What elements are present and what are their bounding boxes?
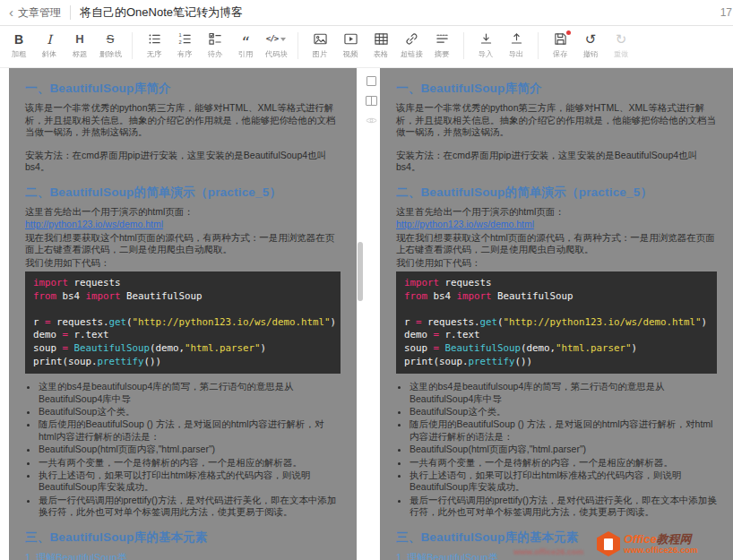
back-to-article-management-button[interactable]: ‹ 文章管理 bbox=[9, 5, 61, 21]
doc-subheading: 1. 理解BeautifulSoup类 bbox=[25, 551, 341, 560]
toolbar-hyperlink-button[interactable]: 超链接 bbox=[396, 30, 427, 60]
strikethrough-icon: S bbox=[107, 31, 115, 47]
svg-text:1: 1 bbox=[178, 32, 181, 38]
doc-heading: 一、BeautifulSoup库简介 bbox=[396, 81, 717, 97]
todo-list-icon bbox=[209, 31, 222, 47]
video-icon bbox=[344, 31, 358, 47]
split-view-button[interactable] bbox=[365, 95, 377, 106]
code-icon: </> bbox=[266, 31, 286, 47]
doc-paragraph: 该库是一个非常优秀的python第三方库，能够对HTML、XML等格式进行解析，… bbox=[396, 102, 717, 139]
toolbar-strikethrough-button[interactable]: S删除线 bbox=[95, 30, 125, 60]
export-icon bbox=[510, 31, 523, 47]
doc-paragraph: 我们使用如下代码： bbox=[25, 257, 341, 270]
bullet-item: 这里的bs4是beautifulsoup4库的简写，第二行语句的意思是从Beau… bbox=[39, 381, 341, 405]
doc-heading: 二、BeautifulSoup的简单演示（practice_5） bbox=[396, 185, 717, 201]
bullet-item: BeautifulSoup这个类。 bbox=[410, 406, 717, 418]
toolbar-button-label: 删除线 bbox=[99, 49, 122, 60]
titlebar: ‹ 文章管理 17 bbox=[0, 0, 733, 26]
toolbar: B加粗I斜体H标题S删除线无序12有序待办“引用</>代码块图片视频表格超链接摘… bbox=[0, 26, 733, 68]
doc-paragraph: 现在我们想要获取这个html页面的源代码，有两种方式：一是用浏览器在页面上右键查… bbox=[396, 232, 717, 256]
table-icon bbox=[375, 31, 388, 47]
undo-icon: ↺ bbox=[585, 31, 597, 47]
toolbar-button-label: 斜体 bbox=[42, 49, 57, 60]
toolbar-video-button[interactable]: 视频 bbox=[335, 30, 366, 60]
toolbar-save-button[interactable]: 保存 bbox=[545, 30, 575, 60]
doc-paragraph: 我们使用如下代码： bbox=[396, 257, 717, 270]
maximize-button[interactable] bbox=[365, 75, 377, 86]
toolbar-button-label: 表格 bbox=[374, 49, 389, 60]
eye-icon bbox=[366, 112, 377, 128]
toolbar-button-label: 引用 bbox=[238, 49, 254, 60]
python-code-block: import requests from bs4 import Beautifu… bbox=[396, 271, 717, 374]
office-logo-icon bbox=[597, 531, 620, 556]
article-title-input[interactable] bbox=[80, 6, 720, 20]
toolbar-summary-button[interactable]: 摘要 bbox=[427, 30, 457, 60]
toolbar-button-label: 代码块 bbox=[265, 49, 288, 60]
view-controls bbox=[365, 75, 377, 125]
bullet-list: 这里的bs4是beautifulsoup4库的简写，第二行语句的意思是从Beau… bbox=[25, 381, 341, 518]
toolbar-separator bbox=[538, 32, 539, 59]
maximize-icon bbox=[366, 76, 376, 86]
pane-divider bbox=[357, 68, 380, 560]
document-content: 一、BeautifulSoup库简介该库是一个非常优秀的python第三方库，能… bbox=[9, 68, 357, 560]
svg-text:2: 2 bbox=[178, 39, 181, 45]
doc-paragraph: 安装方法：在cmd界面用pip进行安装，这里安装的是BeautifulSoup4… bbox=[25, 150, 341, 174]
redo-icon: ↻ bbox=[616, 31, 627, 47]
toolbar-button-label: 无序 bbox=[147, 49, 162, 60]
office26-watermark: Office教程网 www.office26.com bbox=[597, 530, 731, 558]
bold-icon: B bbox=[14, 31, 23, 47]
scrollbar-thumb[interactable] bbox=[358, 242, 363, 301]
toolbar-button-label: 撤销 bbox=[583, 49, 599, 60]
python-code-block: import requests from bs4 import Beautifu… bbox=[25, 271, 341, 374]
bullet-item: 最后一行代码调用的prettify()方法，是对代码进行美化，即在文本中添加换行… bbox=[39, 495, 341, 519]
doc-hyperlink[interactable]: http://python123.io/ws/demo.html bbox=[25, 219, 341, 231]
split-view-icon bbox=[366, 96, 377, 106]
doc-paragraph: 安装方法：在cmd界面用pip进行安装，这里安装的是BeautifulSoup4… bbox=[396, 150, 717, 174]
bullet-item: 随后使用的BeautifulSoup () 方法，是对返回的html内容进行解析… bbox=[39, 418, 341, 443]
toolbar-ordered-list-button[interactable]: 12有序 bbox=[169, 30, 200, 60]
doc-hyperlink[interactable]: http://python123.io/ws/demo.html bbox=[396, 219, 717, 231]
toolbar-undo-button[interactable]: ↺撤销 bbox=[575, 30, 606, 60]
bullet-item: BeautifulSoup(html页面内容,"html.parser") bbox=[410, 444, 717, 455]
ordered-list-icon: 12 bbox=[178, 31, 192, 47]
image-icon bbox=[314, 31, 327, 47]
bullet-item: BeautifulSoup这个类。 bbox=[39, 406, 341, 418]
bullet-item: 这里的bs4是beautifulsoup4库的简写，第二行语句的意思是从Beau… bbox=[410, 381, 717, 405]
editor-main: 一、BeautifulSoup库简介该库是一个非常优秀的python第三方库，能… bbox=[0, 68, 733, 560]
unordered-list-icon bbox=[148, 31, 161, 47]
toolbar-italic-button[interactable]: I斜体 bbox=[34, 30, 65, 60]
toolbar-button-label: 图片 bbox=[313, 49, 328, 60]
toolbar-image-button[interactable]: 图片 bbox=[305, 30, 335, 60]
watermark-brand-secondary: 教程网 bbox=[657, 532, 692, 546]
toolbar-button-label: 视频 bbox=[343, 49, 358, 60]
document-content: 一、BeautifulSoup库简介该库是一个非常优秀的python第三方库，能… bbox=[380, 68, 733, 560]
bullet-list: 这里的bs4是beautifulsoup4库的简写，第二行语句的意思是从Beau… bbox=[396, 381, 717, 518]
toolbar-export-button[interactable]: 导出 bbox=[501, 30, 531, 60]
doc-heading: 二、BeautifulSoup的简单演示（practice_5） bbox=[25, 185, 341, 201]
bullet-item: 执行上述语句，如果可以打印出html标准格式的代码内容，则说明Beautiful… bbox=[410, 470, 717, 494]
doc-paragraph: 这里首先给出一个用于演示的html页面： bbox=[396, 206, 717, 219]
bullet-item: BeautifulSoup(html页面内容,"html.parser") bbox=[39, 444, 341, 455]
bullet-item: 随后使用的BeautifulSoup () 方法，是对返回的html内容进行解析… bbox=[410, 418, 717, 443]
toolbar-table-button[interactable]: 表格 bbox=[366, 30, 396, 60]
editor-pane[interactable]: 一、BeautifulSoup库简介该库是一个非常优秀的python第三方库，能… bbox=[9, 68, 357, 560]
bullet-item: 最后一行代码调用的prettify()方法，是对代码进行美化，即在文本中添加换行… bbox=[410, 495, 717, 519]
toolbar-separator bbox=[132, 32, 133, 59]
toolbar-button-label: 导出 bbox=[509, 49, 524, 60]
toolbar-import-button[interactable]: 导入 bbox=[470, 30, 501, 60]
quote-icon: “ bbox=[241, 31, 249, 47]
toolbar-code-block-button[interactable]: </>代码块 bbox=[261, 30, 291, 60]
titlebar-divider bbox=[70, 5, 71, 20]
preview-pane[interactable]: 一、BeautifulSoup库简介该库是一个非常优秀的python第三方库，能… bbox=[380, 68, 733, 560]
toolbar-quote-button[interactable]: “引用 bbox=[230, 30, 261, 60]
toolbar-bold-button[interactable]: B加粗 bbox=[4, 30, 34, 60]
toolbar-unordered-list-button[interactable]: 无序 bbox=[139, 30, 169, 60]
doc-paragraph: 该库是一个非常优秀的python第三方库，能够对HTML、XML等格式进行解析，… bbox=[25, 102, 341, 139]
toolbar-button-label: 待办 bbox=[208, 49, 223, 60]
toolbar-heading-button[interactable]: H标题 bbox=[65, 30, 95, 60]
save-icon bbox=[554, 31, 567, 47]
bullet-item: 一共有两个变量，一个是待解析的内容，一个是相应的解析器。 bbox=[39, 457, 341, 469]
back-label: 文章管理 bbox=[18, 5, 61, 21]
toolbar-button-label: 摘要 bbox=[435, 49, 450, 60]
toolbar-todo-list-button[interactable]: 待办 bbox=[200, 30, 230, 60]
